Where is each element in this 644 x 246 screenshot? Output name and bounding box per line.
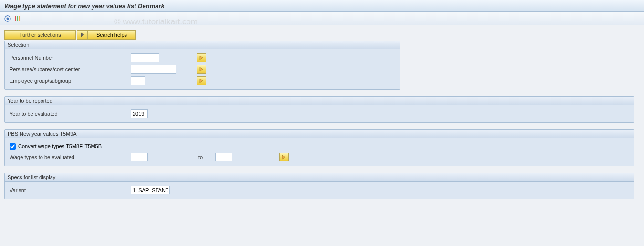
- multiple-selection-button[interactable]: [197, 76, 206, 85]
- app-toolbar: [0, 12, 644, 25]
- search-helps-split-button[interactable]: Search helps: [77, 30, 136, 40]
- content-area: Further selections Search helps Selectio…: [0, 25, 644, 211]
- personnel-number-label: Personnel Number: [9, 55, 128, 61]
- personnel-number-input[interactable]: [131, 53, 159, 62]
- wage-types-label: Wage types to be evaluated: [9, 154, 128, 160]
- svg-point-1: [7, 17, 9, 20]
- multiple-selection-button[interactable]: [279, 153, 289, 161]
- svg-rect-6: [19, 16, 20, 21]
- action-button-row: Further selections Search helps: [4, 30, 640, 40]
- page-title: Wage type statement for new year values …: [0, 0, 644, 12]
- year-label: Year to be evaluated: [9, 111, 128, 117]
- multiple-selection-button[interactable]: [197, 65, 206, 74]
- multiple-selection-button[interactable]: [197, 53, 206, 62]
- wage-from-input[interactable]: [131, 153, 148, 161]
- emp-group-input[interactable]: [131, 76, 145, 85]
- pers-area-input[interactable]: [131, 65, 176, 74]
- variant-label: Variant: [9, 187, 128, 193]
- pers-area-label: Pers.area/subarea/cost center: [9, 66, 128, 72]
- group-specs-title: Specs for list display: [5, 173, 634, 182]
- svg-rect-4: [15, 16, 16, 21]
- group-year-title: Year to be reported: [5, 97, 634, 105]
- group-specs: Specs for list display Variant: [4, 173, 634, 199]
- convert-wage-types-label: Convert wage types T5M8F, T5M5B: [18, 143, 102, 149]
- year-input[interactable]: [131, 109, 148, 118]
- variant-input[interactable]: [131, 186, 170, 194]
- further-selections-button[interactable]: Further selections: [4, 30, 76, 40]
- group-pbs-title: PBS New year values T5M9A: [5, 130, 634, 138]
- to-label: to: [198, 154, 203, 160]
- emp-group-label: Employee group/subgroup: [9, 78, 128, 84]
- search-helps-label[interactable]: Search helps: [88, 31, 135, 39]
- group-selection-title: Selection: [5, 41, 400, 49]
- group-year: Year to be reported Year to be evaluated: [4, 96, 634, 123]
- execute-icon[interactable]: [3, 14, 12, 23]
- group-pbs: PBS New year values T5M9A Convert wage t…: [4, 129, 634, 166]
- arrow-right-icon[interactable]: [77, 31, 88, 39]
- app-window: Wage type statement for new year values …: [0, 0, 644, 246]
- group-selection: Selection Personnel Number Pers.area/sub…: [4, 41, 400, 90]
- convert-wage-types-checkbox[interactable]: [10, 143, 16, 150]
- svg-rect-5: [17, 16, 18, 21]
- org-structure-icon[interactable]: [14, 14, 22, 23]
- wage-to-input[interactable]: [215, 153, 232, 161]
